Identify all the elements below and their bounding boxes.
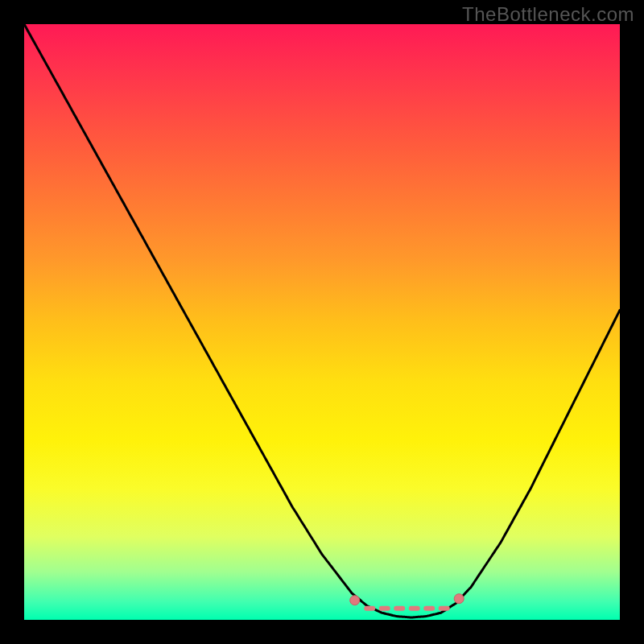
trough-marker-dash xyxy=(379,606,390,611)
trough-marker-dash xyxy=(439,606,450,611)
trough-marker-dot xyxy=(454,594,464,604)
watermark-text: TheBottleneck.com xyxy=(462,3,634,26)
plot-overlay xyxy=(24,24,620,620)
trough-marker-dot xyxy=(350,596,360,605)
trough-marker-dash xyxy=(409,606,420,611)
trough-markers xyxy=(350,594,464,611)
curve-line xyxy=(24,24,620,617)
trough-marker-dash xyxy=(423,606,435,611)
trough-marker-dash xyxy=(394,606,405,611)
trough-marker-dash xyxy=(364,606,375,611)
chart-container: TheBottleneck.com xyxy=(0,0,644,644)
